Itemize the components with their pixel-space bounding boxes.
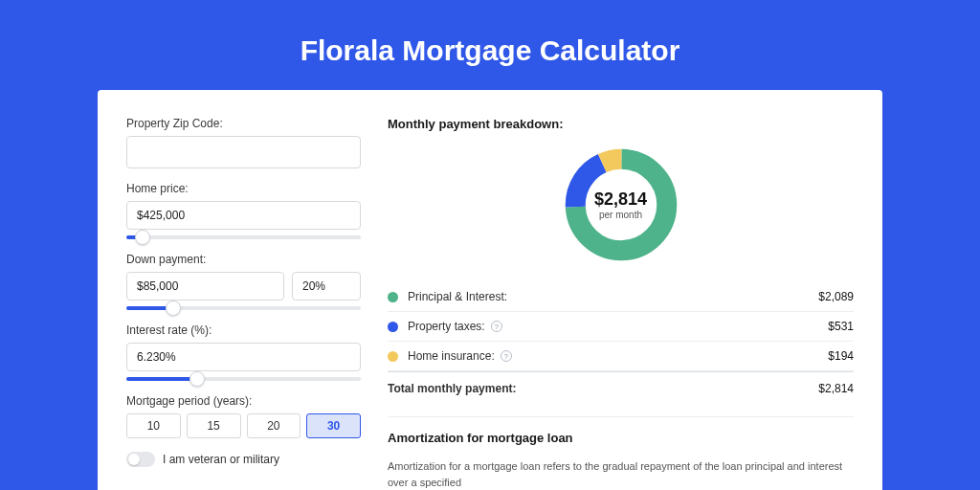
slider-thumb[interactable] [166, 301, 181, 316]
legend-label: Property taxes:? [408, 320, 828, 333]
interest-input[interactable] [126, 343, 361, 371]
period-label: Mortgage period (years): [126, 394, 361, 408]
legend-row: Property taxes:?$531 [388, 312, 854, 342]
legend-label: Home insurance:? [408, 349, 828, 363]
slider-thumb[interactable] [189, 371, 205, 387]
zip-input[interactable] [126, 136, 361, 168]
veteran-toggle-row: I am veteran or military [126, 452, 361, 467]
veteran-label: I am veteran or military [163, 453, 279, 466]
slider-thumb[interactable] [135, 230, 150, 245]
legend-dot [388, 292, 398, 302]
period-btn-20[interactable]: 20 [247, 413, 301, 438]
veteran-toggle[interactable] [126, 452, 155, 467]
total-label: Total monthly payment: [388, 382, 818, 395]
calculator-card: Property Zip Code: Home price: Down paym… [98, 90, 882, 490]
period-btn-10[interactable]: 10 [126, 413, 181, 438]
home-price-input[interactable] [126, 201, 361, 230]
input-panel: Property Zip Code: Home price: Down paym… [126, 117, 361, 490]
down-payment-input[interactable] [126, 272, 284, 301]
down-payment-label: Down payment: [126, 253, 361, 266]
interest-slider[interactable] [126, 377, 361, 381]
total-value: $2,814 [818, 382, 854, 395]
result-panel: Monthly payment breakdown: $2,814 per mo… [388, 117, 854, 490]
period-field-group: Mortgage period (years): 10152030 [126, 394, 361, 438]
period-btn-30[interactable]: 30 [306, 413, 361, 438]
zip-label: Property Zip Code: [126, 117, 361, 130]
interest-label: Interest rate (%): [126, 323, 361, 337]
home-price-slider[interactable] [126, 235, 361, 239]
interest-field-group: Interest rate (%): [126, 323, 361, 381]
period-btn-15[interactable]: 15 [187, 413, 241, 438]
page-title: Florala Mortgage Calculator [0, 0, 980, 90]
legend-row: Home insurance:?$194 [388, 342, 854, 371]
home-price-field-group: Home price: [126, 182, 361, 239]
zip-field-group: Property Zip Code: [126, 117, 361, 168]
home-price-label: Home price: [126, 182, 361, 195]
legend-dot [388, 322, 398, 332]
donut-sub: per month [594, 210, 647, 220]
legend-value: $2,089 [818, 290, 854, 303]
legend-row: Principal & Interest:$2,089 [388, 282, 854, 312]
breakdown-title: Monthly payment breakdown: [388, 117, 854, 131]
amortization-block: Amortization for mortgage loan Amortizat… [388, 416, 854, 490]
total-row: Total monthly payment: $2,814 [388, 371, 854, 403]
amortization-title: Amortization for mortgage loan [388, 431, 854, 445]
info-icon[interactable]: ? [501, 350, 512, 362]
legend-value: $194 [828, 349, 854, 363]
info-icon[interactable]: ? [491, 321, 502, 332]
donut-amount: $2,814 [594, 189, 647, 210]
amortization-text: Amortization for a mortgage loan refers … [388, 458, 854, 490]
down-payment-pct-input[interactable] [292, 272, 361, 301]
legend-label: Principal & Interest: [408, 290, 818, 303]
legend-value: $531 [828, 320, 854, 333]
donut-chart: $2,814 per month [561, 145, 681, 265]
down-payment-field-group: Down payment: [126, 253, 361, 310]
legend-dot [388, 351, 398, 362]
down-payment-slider[interactable] [126, 306, 361, 310]
